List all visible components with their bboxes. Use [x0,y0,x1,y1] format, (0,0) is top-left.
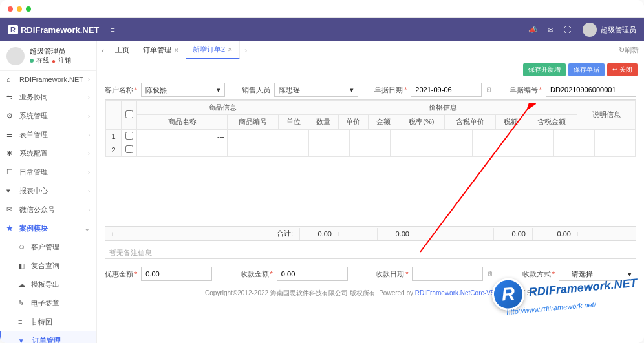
sidebar-item-label: 日常管理 [19,168,48,176]
check-all[interactable] [125,110,133,118]
sidebar-item-icon: ☐ [6,168,16,176]
tabs: ‹ 主页 订单管理✕ 新增订单2✕ › ↻刷新 [97,41,644,59]
cell[interactable] [472,130,513,143]
sidebar-subitem-label: 电子签章 [31,299,59,307]
chevron-icon: › [88,169,90,176]
recv-mode-value: ==请选择== [563,269,601,279]
toolbar: 保存并新增 保存单据 ↩ 关闭 [97,59,644,80]
mail-icon[interactable]: ✉ [548,26,553,34]
footer-amount: 0.00 [377,228,416,240]
cell[interactable] [472,143,513,157]
sidebar-item-3[interactable]: ☰表单管理› [0,125,96,144]
sidebar: 超级管理员 在线 ● 注销 ⌂RDIFramework.NET›⇋业务协同›⚙系… [0,41,97,343]
save-button[interactable]: 保存单据 [568,63,605,76]
row-check[interactable] [125,145,133,153]
user-avatar[interactable] [6,47,25,65]
sidebar-subitem-0[interactable]: ☺客户管理 [0,238,96,256]
tab-close-icon[interactable]: ✕ [228,47,233,53]
chevron-down-icon: ▾ [628,270,632,278]
recv-mode-select[interactable]: ==请选择==▾ [559,267,636,281]
close-button[interactable]: ↩ 关闭 [607,63,638,76]
remove-row-button[interactable]: − [120,228,134,240]
status-online: 在线 [36,56,49,65]
cell[interactable] [350,143,391,157]
sidebar-item-2[interactable]: ⚙系统管理› [0,107,96,125]
customer-select[interactable]: 陈俊熙▾ [141,83,225,97]
sidebar-item-icon: ▾ [6,187,16,195]
sidebar-item-1[interactable]: ⇋业务协同› [0,88,96,107]
sidebar-subitem-5[interactable]: ▾订单管理 [0,331,96,343]
discount-input[interactable] [141,267,212,281]
cell[interactable] [309,130,350,143]
chevron-icon: › [88,188,90,194]
cell[interactable] [594,143,635,157]
menu-toggle-icon[interactable]: ≡ [111,26,114,34]
tab-refresh[interactable]: ↻刷新 [614,45,644,55]
row-num: 1 [106,130,122,143]
cell[interactable] [391,130,431,143]
sidebar-subitem-4[interactable]: ≡甘特图 [0,313,96,331]
tab-close-icon[interactable]: ✕ [174,47,179,54]
sidebar-subitem-icon: ✎ [18,299,27,307]
add-row-button[interactable]: + [105,228,120,240]
username[interactable]: 超级管理员 [601,25,636,35]
tab-new-order[interactable]: 新增订单2✕ [186,41,240,59]
status-logout[interactable]: 注销 [58,56,71,65]
sidebar-item-8[interactable]: ★案例模块⌄ [0,219,96,238]
cell[interactable] [268,130,309,143]
cell[interactable] [513,143,553,157]
tab-orders[interactable]: 订单管理✕ [136,41,186,59]
code-input[interactable] [546,83,636,97]
remarks-input[interactable]: 暂无备注信息 [105,245,636,259]
sidebar-subitem-2[interactable]: ☁模板导出 [0,275,96,294]
sidebar-item-0[interactable]: ⌂RDIFramework.NET› [0,71,96,88]
cell[interactable] [350,130,391,143]
cell[interactable] [228,130,268,143]
grid-header: 商品信息 价格信息 说明信息 商品名称商品编号单位数量单价金额税率(%)含税单价… [106,101,636,129]
recv-date-input[interactable] [412,267,483,281]
calendar-icon[interactable]: 🗓 [486,86,493,94]
topbar: R RDIFramework.NET ≡ 📣 ✉ ⛶ 超级管理员 [0,18,644,41]
cell[interactable] [391,143,431,157]
cell[interactable] [553,143,594,157]
cell[interactable] [431,143,472,157]
sidebar-subitem-3[interactable]: ✎电子签章 [0,294,96,313]
sidebar-subitem-1[interactable]: ◧复合查询 [0,256,96,275]
sales-select[interactable]: 陈思瑶▾ [274,83,358,97]
sidebar-item-7[interactable]: ✉微信公众号› [0,200,96,219]
sidebar-item-6[interactable]: ▾报表中心› [0,182,96,200]
cell[interactable] [228,143,268,157]
cell[interactable] [431,130,472,143]
cell[interactable] [594,130,635,143]
date-input[interactable] [411,83,482,97]
min-dot[interactable] [17,6,22,12]
max-dot[interactable] [26,6,31,12]
fullscreen-icon[interactable]: ⛶ [564,26,571,34]
received-input[interactable] [277,267,348,281]
cell[interactable] [513,130,553,143]
cell-name[interactable]: --- [137,143,228,157]
sales-value: 陈思瑶 [279,85,300,95]
tab-home[interactable]: 主页 [109,41,136,59]
tab-prev[interactable]: ‹ [97,47,109,54]
cell-name[interactable]: --- [137,130,228,143]
save-new-button[interactable]: 保存并新增 [523,63,566,76]
calendar-icon[interactable]: 🗓 [487,270,494,278]
cell[interactable] [553,130,594,143]
sidebar-item-4[interactable]: ✱系统配置› [0,144,96,163]
footer-copy: Copyright©2012-2022 海南国思软件科技有限公司 版权所有 [205,289,376,296]
table-row[interactable]: 1--- [106,130,636,143]
footer-link[interactable]: RDIFramework.NetCore-V5.1 [415,289,500,296]
sidebar-item-label: 业务协同 [19,93,48,101]
row-check[interactable] [125,132,133,140]
discount-label: 优惠金额 [105,269,137,279]
sidebar-item-5[interactable]: ☐日常管理› [0,163,96,182]
sidebar-item-label: 系统管理 [19,112,48,120]
cell[interactable] [268,143,309,157]
announce-icon[interactable]: 📣 [528,26,537,34]
close-dot[interactable] [8,6,13,12]
table-row[interactable]: 2--- [106,143,636,157]
cell[interactable] [309,143,350,157]
avatar[interactable] [583,23,597,37]
tab-next[interactable]: › [240,47,252,54]
